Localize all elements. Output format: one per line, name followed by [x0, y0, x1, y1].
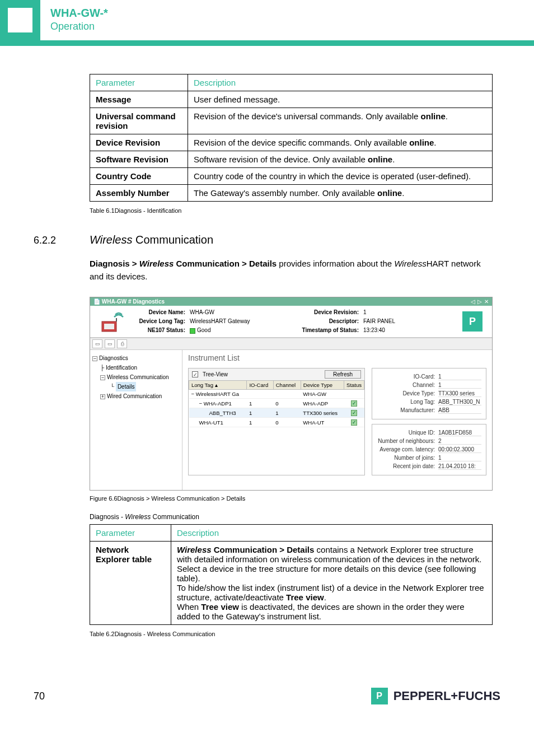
device-name-value: WHA-GW: [190, 309, 285, 315]
manufacturer-value: ABB: [438, 407, 481, 414]
header-panel: Device Name: WHA-GW Device Revision: 1 D…: [90, 306, 492, 338]
header-title: WHA-GW-* Operation: [40, 0, 118, 40]
joins-label: Number of joins:: [377, 455, 438, 461]
sort-asc-icon: ▴: [215, 382, 218, 388]
figure-caption: Figure 6.6Diagnosis > Wireless Communica…: [90, 495, 500, 502]
longtag-value: ABB_TTH300_N: [438, 399, 481, 405]
window-doc-icon: 📄: [93, 298, 100, 305]
table-identification: Parameter Description Message User defin…: [90, 74, 493, 202]
instrument-list-title: Instrument List: [182, 350, 492, 368]
t1-row1-desc: Revision of the device's universal comma…: [188, 108, 493, 134]
toolbar-print-icon[interactable]: ⎙: [117, 339, 127, 348]
tree-diagnostics[interactable]: Diagnostics: [99, 355, 128, 361]
svg-rect-1: [104, 324, 114, 329]
window-close-icon[interactable]: ✕: [484, 298, 489, 305]
col-status[interactable]: Status: [344, 381, 364, 390]
window-titlebar: 📄 WHA-GW # Diagnostics ◁ ▷ ✕: [90, 297, 492, 306]
devtype-label: Device Type:: [377, 390, 438, 397]
descriptor-value: FAIR PANEL: [363, 318, 425, 324]
joins-value: 1: [438, 455, 481, 461]
joindate-label: Recent join date:: [377, 463, 438, 470]
table-wireless-comm: Parameter Description Network Explorer t…: [90, 524, 493, 625]
tree-identification[interactable]: Identification: [106, 365, 137, 371]
expand-icon[interactable]: −: [92, 356, 97, 361]
status-ok-icon: ✓: [351, 410, 357, 416]
t1-row2-param: Device Revision: [90, 134, 188, 151]
toolbar: ▭ ▭ ⎙: [90, 338, 492, 350]
device-long-tag-label: Device Long Tag:: [128, 318, 190, 324]
device-info-box: IO-Card:1 Channel:1 Device Type:TTX300 s…: [372, 368, 486, 419]
toolbar-btn-1[interactable]: ▭: [92, 339, 102, 348]
col-io-card[interactable]: IO-Card: [247, 381, 273, 390]
header-bar: WHA-GW-* Operation: [0, 0, 534, 40]
treeview-checkbox[interactable]: ✓: [192, 371, 198, 377]
channel-label: Channel:: [377, 382, 438, 389]
brand-logo: P PEPPERL+FUCHS: [371, 688, 500, 704]
uniqueid-label: Unique ID:: [377, 430, 438, 436]
brand-icon: P: [371, 688, 388, 704]
t1-row4-desc: Country code of the country in which the…: [188, 168, 493, 185]
ne107-status-value: Good: [190, 327, 285, 333]
device-revision-label: Device Revision:: [285, 309, 363, 315]
tree-wireless-comm[interactable]: Wireless Communication: [107, 374, 169, 380]
network-stats-box: Unique ID:1A0B1FD858 Number of neighbour…: [372, 424, 486, 475]
nav-tree[interactable]: −Diagnostics ├ Identification −Wireless …: [90, 350, 182, 490]
ne107-status-label: NE107 Status:: [128, 327, 190, 333]
timestamp-label: Timestamp of Status:: [285, 327, 363, 333]
table1-head-desc: Description: [188, 74, 493, 91]
tree-wired-comm[interactable]: Wired Communication: [107, 393, 162, 399]
header-line2: Operation: [50, 21, 108, 32]
t2-row0-param: Network Explorer table: [90, 542, 171, 625]
t1-row3-param: Software Revision: [90, 151, 188, 168]
table1-head-param: Parameter: [90, 74, 188, 91]
device-name-label: Device Name:: [128, 309, 190, 315]
t1-row1-param: Universal command revision: [90, 108, 188, 134]
expand-icon[interactable]: +: [100, 394, 105, 399]
table1-caption: Table 6.1Diagnosis - Identification: [90, 207, 500, 214]
device-revision-value: 1: [363, 309, 425, 315]
refresh-button[interactable]: Refresh: [325, 370, 361, 379]
iocard-value: 1: [438, 374, 481, 380]
devtype-value: TTX300 series: [438, 390, 481, 397]
header-logo: [0, 0, 40, 40]
joindate-value: 21.04.2010 18:: [438, 463, 481, 470]
instrument-grid[interactable]: Long Tag ▴ IO-Card Channel Device Type S…: [189, 380, 364, 427]
latency-value: 00:00:02.3000: [438, 446, 481, 453]
expand-icon[interactable]: −: [191, 391, 195, 397]
expand-icon[interactable]: −: [199, 400, 203, 407]
t1-row4-param: Country Code: [90, 168, 188, 185]
col-channel[interactable]: Channel: [273, 381, 301, 390]
neighbours-label: Number of neighbours:: [377, 438, 438, 445]
table-row-selected[interactable]: ABB_TTH3 1 1 TTX300 series ✓: [189, 408, 364, 418]
longtag-label: Long Tag:: [377, 399, 438, 405]
expand-icon[interactable]: −: [100, 375, 105, 380]
treeview-label: Tree-View: [203, 371, 228, 377]
table-row[interactable]: − WHA-ADP1 1 0 WHA-ADP ✓: [189, 399, 364, 408]
window-title: WHA-GW # Diagnostics: [102, 298, 165, 305]
channel-value: 1: [438, 382, 481, 389]
table-row[interactable]: − WirelessHART Ga WHA-GW: [189, 390, 364, 399]
screenshot-wireless-details: 📄 WHA-GW # Diagnostics ◁ ▷ ✕ Device Name…: [90, 297, 493, 491]
window-fwd-icon[interactable]: ▷: [477, 298, 482, 305]
t1-row3-desc: Software revision of the device. Only av…: [188, 151, 493, 168]
toolbar-btn-2[interactable]: ▭: [105, 339, 115, 348]
page-footer: 70 P PEPPERL+FUCHS: [0, 688, 534, 721]
tree-details[interactable]: Details: [116, 382, 137, 391]
window-back-icon[interactable]: ◁: [471, 298, 475, 305]
col-long-tag[interactable]: Long Tag ▴: [189, 381, 247, 390]
section-body: Diagnosis > Wireless Communication > Det…: [90, 258, 493, 283]
header-rule: [0, 40, 534, 46]
table2-title: Diagnosis - Wireless Communication: [90, 513, 500, 521]
t1-row0-param: Message: [90, 91, 188, 108]
instrument-list: ✓ Tree-View Refresh Long Tag ▴ IO-Card C…: [188, 368, 365, 475]
status-good-icon: [190, 328, 195, 334]
col-device-type[interactable]: Device Type: [301, 381, 344, 390]
section-number: 6.2.2: [34, 235, 90, 246]
uniqueid-value: 1A0B1FD858: [438, 430, 481, 436]
manufacturer-label: Manufacturer:: [377, 407, 438, 414]
latency-label: Average com. latency:: [377, 446, 438, 453]
page-number: 70: [34, 690, 45, 702]
table-row[interactable]: WHA-UT1 1 0 WHA-UT ✓: [189, 418, 364, 427]
descriptor-label: Descriptor:: [285, 318, 363, 324]
brand-icon: P: [458, 309, 486, 334]
